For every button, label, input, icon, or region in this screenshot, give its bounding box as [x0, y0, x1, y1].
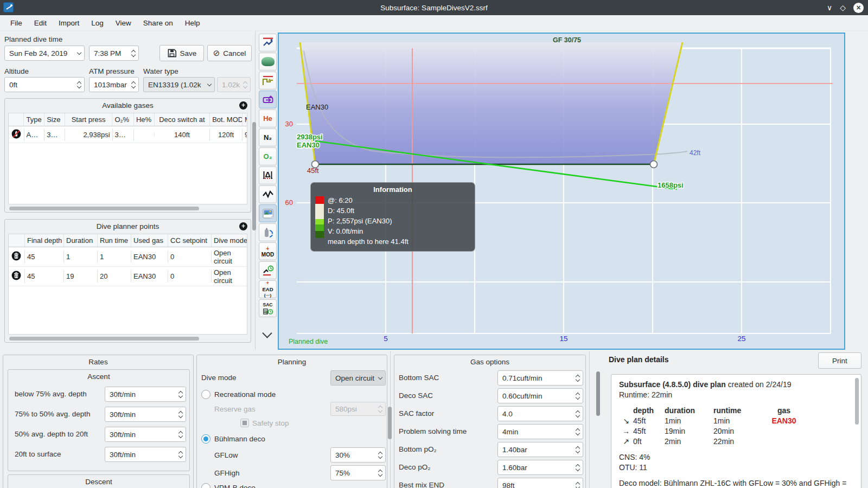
ceiling-button[interactable]: [259, 72, 277, 89]
menu-import[interactable]: Import: [53, 19, 85, 27]
bottom-po2-field[interactable]: 1.40bar: [497, 442, 583, 457]
print-button[interactable]: Print: [818, 352, 861, 369]
gases-table[interactable]: Type Size Start press O₂% He% Deco switc…: [8, 113, 247, 204]
col-size[interactable]: Size: [44, 113, 65, 126]
rate-field-3[interactable]: 30ft/min: [105, 427, 186, 442]
gas-bot-mod[interactable]: 120ft: [210, 129, 242, 141]
tissue-heatmap-button[interactable]: |Δ|: [259, 166, 277, 184]
delete-point-icon[interactable]: [11, 271, 21, 280]
planned-dive-tab[interactable]: Planned dive: [289, 338, 328, 345]
gas-start-press[interactable]: 2,938psi: [65, 129, 113, 141]
safety-stop-checkbox[interactable]: [240, 419, 249, 427]
add-gas-icon[interactable]: +: [239, 101, 247, 110]
dive-mode-select[interactable]: Open circuit: [330, 370, 386, 386]
dive-date-select[interactable]: Sun Feb 24, 2019: [4, 46, 85, 61]
point-gas[interactable]: EAN30: [131, 270, 168, 282]
mod-button[interactable]: + MOD: [259, 242, 277, 260]
menu-log[interactable]: Log: [85, 19, 110, 27]
rate-field-2[interactable]: 30ft/min: [105, 407, 186, 422]
planning-vscrollbar[interactable]: [388, 407, 392, 439]
spinner-arrows-icon[interactable]: [176, 387, 186, 401]
spinner-arrows-icon[interactable]: [573, 371, 583, 385]
points-hscrollbar[interactable]: [9, 337, 199, 341]
problem-time-field[interactable]: 4min: [497, 424, 583, 439]
dive-time-field[interactable]: 7:38 PM: [89, 46, 139, 61]
gas-o2[interactable]: 3…: [113, 129, 135, 141]
spinner-arrows-icon[interactable]: [573, 425, 583, 439]
point-duration[interactable]: 19: [64, 270, 98, 282]
water-type-select[interactable]: EN13319 (1.02k: [143, 77, 215, 92]
point-row[interactable]: 45 1 1 EAN30 0 Open circuit: [9, 247, 247, 267]
col-used-gas[interactable]: Used gas: [131, 234, 168, 247]
point-runtime[interactable]: 20: [98, 270, 131, 282]
spinner-arrows-icon[interactable]: [129, 78, 138, 92]
spinner-arrows-icon[interactable]: [573, 442, 583, 457]
gas-type[interactable]: A…: [24, 129, 45, 141]
nitrogen-graph-button[interactable]: N₂: [259, 129, 277, 146]
deco-sac-field[interactable]: 0.60cuft/min: [497, 388, 583, 403]
spinner-arrows-icon[interactable]: [176, 447, 186, 461]
best-mix-end-field[interactable]: 98ft: [497, 478, 583, 488]
buhlmann-deco-radio[interactable]: [201, 434, 210, 444]
point-mode[interactable]: Open circuit: [212, 247, 247, 267]
altitude-field[interactable]: 0ft: [4, 77, 85, 92]
spinner-arrows-icon[interactable]: [129, 46, 138, 60]
spinner-arrows-icon[interactable]: [573, 407, 583, 421]
col-start-press[interactable]: Start press: [65, 113, 113, 126]
gfhigh-field[interactable]: 75%: [330, 465, 386, 480]
point-setpoint[interactable]: 0: [168, 251, 212, 263]
gflow-field[interactable]: 30%: [330, 447, 386, 463]
setpoint-button[interactable]: [259, 91, 277, 108]
scroll-down-icon[interactable]: [262, 328, 272, 338]
cancel-button[interactable]: ⊘ Cancel: [207, 45, 252, 61]
point-depth[interactable]: 45: [25, 251, 64, 263]
photos-button[interactable]: [259, 204, 277, 222]
menu-view[interactable]: View: [110, 19, 137, 27]
delete-point-icon[interactable]: [11, 251, 21, 261]
gas-he[interactable]: [134, 132, 155, 137]
helium-graph-button[interactable]: He: [259, 110, 277, 127]
spinner-arrows-icon[interactable]: [573, 389, 583, 403]
rate-field-4[interactable]: 30ft/min: [105, 447, 186, 462]
col-duration[interactable]: Duration: [64, 234, 98, 247]
recreational-mode-radio[interactable]: [201, 390, 210, 399]
gas-in-use-icon[interactable]: [11, 129, 21, 139]
gas-deco-switch[interactable]: 140ft: [155, 129, 210, 141]
heart-rate-button[interactable]: [259, 185, 277, 203]
add-point-icon[interactable]: +: [239, 222, 247, 230]
gas-mnd[interactable]: 98f: [242, 129, 247, 141]
gas-size[interactable]: 3…: [44, 129, 65, 141]
menu-share-on[interactable]: Share on: [137, 19, 179, 27]
waypoint-handle[interactable]: [650, 161, 658, 168]
menu-file[interactable]: File: [4, 19, 28, 27]
col-mnd[interactable]: MN: [242, 113, 247, 126]
atm-pressure-field[interactable]: 1013mbar: [89, 77, 139, 92]
sac-button[interactable]: SAC: [259, 299, 277, 317]
points-table[interactable]: Final depth Duration Run time Used gas C…: [8, 234, 247, 335]
details-vscrollbar[interactable]: [596, 371, 600, 416]
oxygen-graph-button[interactable]: O₂: [259, 147, 277, 165]
col-he[interactable]: He%: [134, 113, 155, 126]
dive-plan-text[interactable]: Subsurface (4.8.5.0) dive plan created o…: [611, 374, 861, 488]
vpmb-deco-radio[interactable]: [201, 483, 210, 488]
diver-speed-button[interactable]: [259, 34, 277, 52]
ead-button[interactable]: + EAD (···): [259, 280, 277, 298]
dive-profile-panel[interactable]: GF 30/75 30 60 5 15 25 EAN30 2938psi EAN…: [278, 33, 845, 350]
close-icon[interactable]: ×: [853, 3, 864, 13]
menu-edit[interactable]: Edit: [28, 19, 53, 27]
deco-po2-field[interactable]: 1.60bar: [497, 460, 583, 475]
minimize-icon[interactable]: ∨: [827, 4, 832, 11]
point-setpoint[interactable]: 0: [168, 270, 212, 282]
spinner-arrows-icon[interactable]: [375, 448, 385, 462]
col-bot-mod[interactable]: Bot. MOD: [210, 113, 242, 126]
gas-row[interactable]: A… 3… 2,938psi 3… 140ft 120ft 98f: [9, 126, 247, 143]
pane-vscrollbar[interactable]: [252, 122, 256, 230]
maximize-icon[interactable]: ◇: [840, 4, 846, 11]
save-button[interactable]: Save: [159, 45, 204, 61]
bottom-sac-field[interactable]: 0.71cuft/min: [497, 370, 583, 386]
point-mode[interactable]: Open circuit: [212, 266, 247, 287]
col-final-depth[interactable]: Final depth: [25, 234, 64, 247]
salinity-water-button[interactable]: [259, 53, 277, 70]
spinner-arrows-icon[interactable]: [573, 460, 583, 474]
gases-hscrollbar[interactable]: [9, 207, 199, 210]
